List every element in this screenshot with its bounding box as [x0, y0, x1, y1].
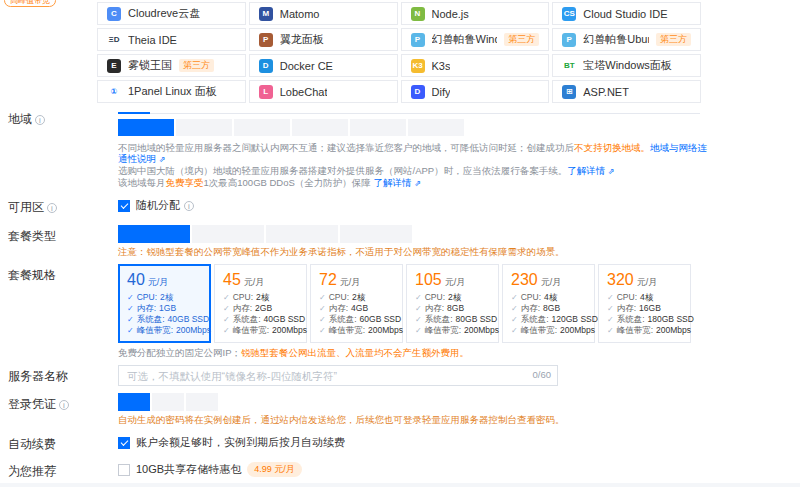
- app-image-card[interactable]: D Dify: [401, 80, 550, 103]
- ddos-help-link[interactable]: 了解详情: [373, 177, 411, 188]
- storage-pack-checkbox[interactable]: [118, 464, 130, 476]
- app-image-card[interactable]: P 翼龙面板: [249, 28, 398, 51]
- palworld-icon: P: [411, 33, 425, 47]
- docker-whale-icon: D: [259, 59, 273, 73]
- plan-memory: 内存:2GB: [223, 303, 298, 314]
- external-link-icon[interactable]: [159, 155, 166, 164]
- region-city-button[interactable]: [292, 119, 348, 136]
- plan-card[interactable]: 320 元/月 CPU:4核 内存:16GB 系统盘:180GB SSD 峰值带…: [598, 264, 691, 343]
- check-icon: [511, 314, 518, 325]
- enshrouded-icon: E: [107, 59, 121, 73]
- login-option-button[interactable]: [186, 393, 218, 411]
- random-assign-label: 随机分配: [136, 198, 180, 213]
- server-name-input[interactable]: [118, 365, 558, 386]
- region-city-button[interactable]: [176, 119, 232, 136]
- plan-card[interactable]: 45 元/月 CPU:2核 内存:2GB 系统盘:40GB SSD 峰值带宽:2…: [214, 264, 307, 343]
- matomo-icon: M: [259, 7, 273, 21]
- check-icon: [607, 292, 614, 303]
- lobechat-icon: L: [259, 85, 273, 99]
- login-option-button[interactable]: [118, 393, 150, 411]
- plan-card[interactable]: 40 元/月 CPU:2核 内存:1GB 系统盘:40GB SSD 峰值带宽:2…: [118, 264, 211, 343]
- plan-memory: 内存:4GB: [319, 303, 394, 314]
- app-image-card[interactable]: BT 宝塔Windows面板: [552, 54, 701, 77]
- app-image-card[interactable]: N Node.js: [401, 2, 550, 25]
- char-counter: 0/60: [533, 369, 552, 380]
- plan-price: 105: [415, 271, 442, 289]
- check-icon: [607, 303, 614, 314]
- plan-card[interactable]: 230 元/月 CPU:4核 内存:8GB 系统盘:120GB SSD 峰值带宽…: [502, 264, 595, 343]
- check-icon: [223, 325, 230, 336]
- region-city-button[interactable]: [118, 119, 174, 136]
- app-image-card[interactable]: D Docker CE: [249, 54, 398, 77]
- storage-pack-text: 10GB共享存储特惠包: [136, 462, 241, 477]
- region-tab[interactable]: [182, 108, 214, 113]
- region-city-button[interactable]: [408, 119, 464, 136]
- storage-pack-price-badge: 4.99 元/月: [247, 462, 302, 477]
- info-icon[interactable]: [35, 115, 45, 125]
- app-image-label: 幻兽帕鲁Windows: [432, 32, 498, 47]
- app-image-card[interactable]: ΞD Theia IDE: [97, 28, 246, 51]
- login-options: [118, 393, 800, 411]
- plan-type-options: [118, 225, 800, 243]
- plan-card[interactable]: 72 元/月 CPU:2核 内存:4GB 系统盘:60GB SSD 峰值带宽:2…: [310, 264, 403, 343]
- plan-memory: 内存:1GB: [127, 303, 202, 314]
- app-image-label: LobeChat: [280, 86, 328, 98]
- random-assign-checkbox[interactable]: [118, 200, 130, 212]
- plan-type-button[interactable]: [118, 225, 190, 243]
- auto-renew-checkbox[interactable]: [118, 437, 130, 449]
- app-image-label: K3s: [432, 60, 451, 72]
- info-icon[interactable]: [184, 201, 194, 211]
- auto-renew-section: 自动续费 账户余额足够时，实例到期后按月自动续费: [8, 433, 800, 453]
- app-image-grid: C Cloudreve云盘 M Matomo N Node.js CS Clou…: [97, 2, 701, 103]
- plan-type-button[interactable]: [192, 225, 264, 243]
- app-image-card[interactable]: P 幻兽帕鲁Ubuntu 第三方: [552, 28, 701, 51]
- plan-price-unit: 元/月: [340, 276, 361, 289]
- region-notes: 不同地域的轻量应用服务器之间默认内网不互通；建议选择靠近您客户的地域，可降低访问…: [118, 142, 708, 189]
- app-image-label: Node.js: [432, 8, 469, 20]
- region-city-button[interactable]: [234, 119, 290, 136]
- app-image-card[interactable]: ① 1Panel Linux 面板: [97, 80, 246, 103]
- login-label: 登录凭证: [8, 393, 118, 413]
- region-section: 地域 不同地域的轻量应用服务器之间默认内网不互通；建议选择靠近您客户的地域，可降…: [8, 108, 800, 189]
- region-cities: [118, 119, 800, 136]
- plan-memory: 内存:16GB: [607, 303, 682, 314]
- recommend-section: 为您推荐 10GB共享存储特惠包 4.99 元/月: [8, 460, 800, 480]
- app-image-card[interactable]: CS Cloud Studio IDE: [552, 2, 701, 25]
- plan-price-unit: 元/月: [637, 276, 658, 289]
- plan-price: 45: [223, 271, 241, 289]
- plan-price-unit: 元/月: [244, 276, 265, 289]
- plan-disk: 系统盘:60GB SSD: [319, 314, 394, 325]
- plan-card[interactable]: 105 元/月 CPU:2核 内存:8GB 系统盘:80GB SSD 峰值带宽:…: [406, 264, 499, 343]
- external-link-icon[interactable]: [414, 179, 421, 188]
- region-city-button[interactable]: [350, 119, 406, 136]
- app-image-card[interactable]: L LobeChat: [249, 80, 398, 103]
- k3s-icon: K3: [411, 59, 425, 73]
- plan-price: 320: [607, 271, 634, 289]
- plan-type-button[interactable]: [266, 225, 338, 243]
- region-note-line: 该地域每月免费享受1次最高100GB DDoS（全力防护）保障 了解详情: [118, 177, 708, 189]
- app-image-card[interactable]: ⊞ ASP.NET: [552, 80, 701, 103]
- login-option-button[interactable]: [152, 393, 184, 411]
- region-label: 地域: [8, 108, 118, 128]
- plan-type-button[interactable]: [340, 225, 412, 243]
- plan-cpu: CPU:4核: [607, 292, 682, 303]
- plan-bandwidth: 峰值带宽:200Mbps: [415, 325, 490, 336]
- cloudreve-cloud-icon: C: [107, 7, 121, 21]
- region-tab[interactable]: [150, 108, 182, 113]
- app-image-card[interactable]: M Matomo: [249, 2, 398, 25]
- info-icon[interactable]: [59, 400, 69, 410]
- dify-icon: D: [411, 85, 425, 99]
- icp-help-link[interactable]: 了解详情: [567, 165, 605, 176]
- app-image-card[interactable]: E 雾锁王国 第三方: [97, 54, 246, 77]
- app-image-card[interactable]: K3 K3s: [401, 54, 550, 77]
- region-tab[interactable]: [118, 108, 150, 114]
- app-image-card[interactable]: C Cloudreve云盘: [97, 2, 246, 25]
- plan-type-section: 套餐类型 高峰值带宽 注意：锐驰型套餐的公网带宽峰值不作为业务承诺指标，不适用于…: [8, 225, 800, 257]
- third-party-badge: 第三方: [656, 33, 691, 46]
- check-icon: [511, 303, 518, 314]
- external-link-icon[interactable]: [608, 167, 615, 176]
- pterodactyl-panel-icon: P: [259, 33, 273, 47]
- check-icon: [127, 314, 134, 325]
- info-icon[interactable]: [47, 203, 57, 213]
- app-image-card[interactable]: P 幻兽帕鲁Windows 第三方: [401, 28, 550, 51]
